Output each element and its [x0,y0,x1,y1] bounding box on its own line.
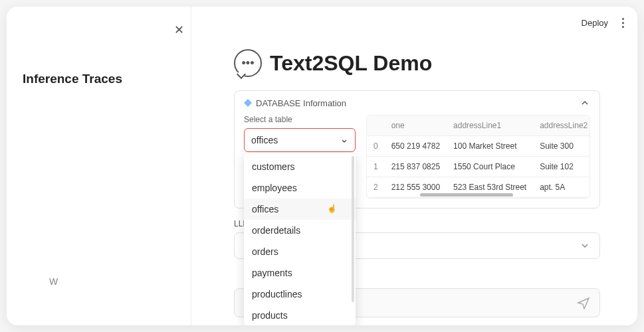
deploy-button[interactable]: Deploy [582,18,608,28]
chevron-up-icon[interactable] [580,98,590,108]
chevron-down-icon [580,240,590,251]
data-table: oneaddressLine1addressLine2stateco 0650 … [367,116,590,198]
page-title: Text2SQL Demo [270,51,432,76]
peek-text: W [49,276,58,287]
table-cell: 650 219 4782 [385,136,447,157]
table-cell: Suite 300 [533,136,590,157]
database-icon [244,99,252,107]
data-table-wrap: oneaddressLine1addressLine2stateco 0650 … [366,115,590,199]
send-icon[interactable] [577,296,590,309]
dropdown-option-products[interactable]: products [244,305,356,325]
dropdown-option-payments[interactable]: payments [244,262,356,284]
table-cell: 1550 Court Place [447,157,533,177]
main-content: ••• Text2SQL Demo DATABASE Information S… [191,39,637,325]
table-cell: Suite 102 [533,157,590,177]
chat-bubble-icon: ••• [234,49,262,77]
select-label: Select a table [244,115,356,124]
cursor-icon: ☝ [327,204,337,213]
sidebar-title: Inference Traces [23,72,175,86]
table-cell: 100 Market Street [447,136,533,157]
dropdown-scrollbar[interactable] [352,156,354,302]
card-header-label: DATABASE Information [244,98,346,108]
card-header-text: DATABASE Information [256,98,346,108]
kebab-menu-icon[interactable] [616,16,629,29]
horizontal-scrollbar[interactable] [420,193,513,197]
column-header: one [385,116,447,136]
chevron-down-icon [340,136,348,144]
table-dropdown: customersemployeesoffices☝orderdetailsor… [244,153,356,325]
table-select[interactable]: offices [244,128,356,152]
dropdown-option-customers[interactable]: customers [244,156,356,177]
dropdown-option-offices[interactable]: offices☝ [244,199,356,220]
select-value: offices [251,135,278,145]
table-row: 0650 219 4782100 Market StreetSuite 300C… [367,136,590,157]
card-header[interactable]: DATABASE Information [235,91,599,115]
column-header: addressLine2 [533,116,590,136]
dropdown-option-orderdetails[interactable]: orderdetails [244,220,356,241]
column-header: addressLine1 [447,116,533,136]
title-row: ••• Text2SQL Demo [234,49,600,77]
table-cell: 215 837 0825 [385,157,447,177]
dropdown-option-productlines[interactable]: productlines [244,284,356,305]
sidebar: Inference Traces [7,7,191,325]
table-row: 1215 837 08251550 Court PlaceSuite 102MA… [367,157,590,177]
app-frame: Deploy ✕ Inference Traces ••• Text2SQL D… [7,7,637,325]
dropdown-option-employees[interactable]: employees [244,177,356,199]
table-select-column: Select a table offices customersemployee… [244,115,356,152]
card-body: Select a table offices customersemployee… [235,115,599,208]
dropdown-option-orders[interactable]: orders [244,241,356,262]
table-cell: apt. 5A [533,177,590,198]
database-card: DATABASE Information Select a table offi… [234,90,600,208]
